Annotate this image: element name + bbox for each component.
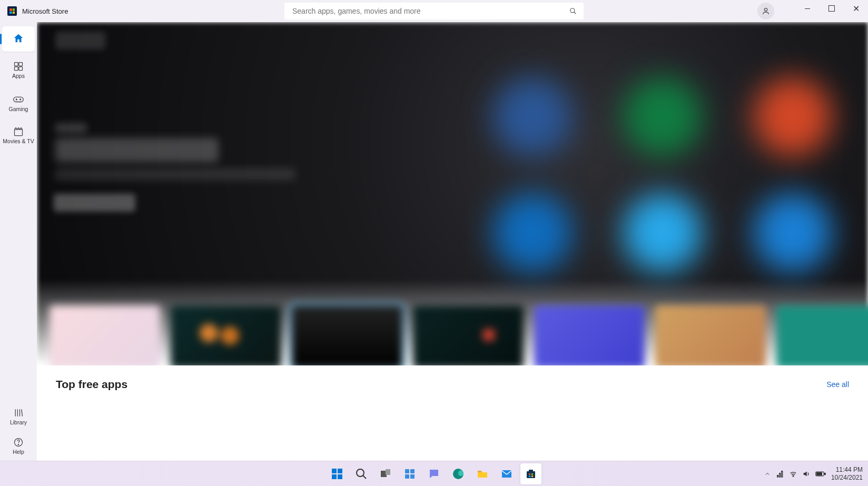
overflow-button[interactable] xyxy=(764,471,771,477)
search-box[interactable] xyxy=(284,2,584,20)
taskbar-right: 11:44 PM 10/24/2021 xyxy=(764,466,863,481)
section-heading: Top free apps See all xyxy=(37,365,868,391)
clock[interactable]: 11:44 PM 10/24/2021 xyxy=(831,466,863,481)
powerpoint-icon xyxy=(753,77,832,156)
task-view-button[interactable] xyxy=(375,463,396,484)
svg-point-21 xyxy=(357,469,364,477)
svg-rect-28 xyxy=(410,474,415,479)
taskbar-search-button[interactable] xyxy=(351,463,372,484)
hero-app-icons xyxy=(478,70,847,280)
search-input[interactable] xyxy=(291,6,569,16)
widgets-button[interactable] xyxy=(399,463,420,484)
maximize-button[interactable] xyxy=(820,0,844,17)
battery-icon[interactable] xyxy=(815,470,826,478)
hero-subtitle xyxy=(55,168,295,180)
close-button[interactable]: ✕ xyxy=(844,0,868,17)
start-button[interactable] xyxy=(327,463,348,484)
taskbar: 11:44 PM 10/24/2021 xyxy=(0,461,868,486)
hero-eyebrow xyxy=(55,123,87,133)
window-controls: ✕ xyxy=(795,0,868,17)
sidebar-item-home[interactable] xyxy=(2,26,35,52)
spotlight-thumb[interactable] xyxy=(171,305,281,365)
svg-rect-44 xyxy=(816,472,822,475)
svg-rect-32 xyxy=(527,471,535,478)
sidebar-item-apps[interactable]: Apps xyxy=(2,55,35,85)
excel-icon xyxy=(623,77,702,156)
svg-rect-33 xyxy=(529,470,533,472)
search-icon xyxy=(569,7,577,15)
svg-rect-19 xyxy=(332,474,337,479)
sidebar-item-label: Apps xyxy=(12,73,25,79)
sidebar-item-help[interactable]: Help xyxy=(2,432,35,460)
svg-point-2 xyxy=(764,8,767,11)
home-icon xyxy=(13,33,24,44)
svg-rect-26 xyxy=(410,469,415,473)
spotlight-thumb[interactable] xyxy=(534,305,645,365)
svg-line-1 xyxy=(574,12,576,14)
svg-rect-10 xyxy=(15,130,23,136)
help-icon xyxy=(13,437,24,448)
sidebar-item-label: Movies & TV xyxy=(3,138,34,144)
svg-rect-36 xyxy=(529,475,530,477)
taskbar-center xyxy=(327,463,541,484)
sidebar-item-library[interactable]: Library xyxy=(2,403,35,430)
svg-rect-3 xyxy=(15,63,18,66)
spotlight-thumb[interactable] xyxy=(50,305,160,365)
store-app-icon xyxy=(7,6,17,16)
see-all-link[interactable]: See all xyxy=(826,380,849,389)
clock-time: 11:44 PM xyxy=(831,466,863,473)
app-title: Microsoft Store xyxy=(22,7,68,15)
hero-cta-button[interactable] xyxy=(54,194,135,212)
svg-rect-30 xyxy=(478,471,481,472)
spotlight-thumb-selected[interactable] xyxy=(292,305,402,365)
svg-rect-7 xyxy=(14,97,23,102)
spotlight-thumb[interactable] xyxy=(413,305,524,365)
svg-rect-6 xyxy=(19,67,23,71)
sidebar: Apps Gaming Movies & TV Library Help xyxy=(0,22,37,461)
svg-point-9 xyxy=(20,99,21,100)
sidebar-item-label: Help xyxy=(13,449,24,455)
sidebar-item-gaming[interactable]: Gaming xyxy=(2,87,35,118)
hero-title xyxy=(55,138,219,162)
onedrive-icon xyxy=(623,193,702,272)
file-explorer-button[interactable] xyxy=(472,463,493,484)
sidebar-item-movies-tv[interactable]: Movies & TV xyxy=(2,120,35,151)
tray-icon[interactable] xyxy=(776,470,784,478)
svg-rect-39 xyxy=(780,473,781,477)
profile-button[interactable] xyxy=(757,3,774,19)
clock-date: 10/24/2021 xyxy=(831,474,863,481)
sidebar-item-label: Library xyxy=(10,419,27,425)
sidebar-item-label: Gaming xyxy=(9,106,28,112)
store-taskbar-button[interactable] xyxy=(520,463,541,484)
wifi-icon[interactable] xyxy=(789,470,797,478)
outlook-icon xyxy=(493,193,572,272)
minimize-button[interactable] xyxy=(795,0,820,17)
svg-line-14 xyxy=(22,409,23,416)
volume-icon[interactable] xyxy=(802,470,811,478)
svg-rect-31 xyxy=(502,470,511,478)
svg-point-8 xyxy=(16,99,17,100)
svg-rect-34 xyxy=(529,473,530,475)
gaming-icon xyxy=(13,93,24,105)
spotlight-thumb[interactable] xyxy=(776,305,868,365)
hero-spotlight[interactable] xyxy=(37,22,868,365)
spotlight-thumb[interactable] xyxy=(655,305,766,365)
svg-rect-38 xyxy=(777,475,778,477)
mail-button[interactable] xyxy=(496,463,517,484)
svg-rect-43 xyxy=(824,473,825,474)
system-tray[interactable] xyxy=(776,470,826,478)
spotlight-thumbnails xyxy=(50,305,868,365)
svg-rect-40 xyxy=(782,471,783,477)
svg-rect-37 xyxy=(531,475,533,477)
svg-point-41 xyxy=(793,475,794,477)
svg-rect-18 xyxy=(338,469,342,473)
svg-point-0 xyxy=(570,8,575,13)
editor-icon xyxy=(753,193,832,272)
svg-rect-24 xyxy=(386,469,390,475)
svg-rect-4 xyxy=(19,63,23,66)
hero-badge xyxy=(55,32,105,49)
chat-button[interactable] xyxy=(423,463,445,484)
edge-button[interactable] xyxy=(448,463,469,484)
section-title: Top free apps xyxy=(56,378,127,391)
main-content: Top free apps See all xyxy=(37,22,868,461)
